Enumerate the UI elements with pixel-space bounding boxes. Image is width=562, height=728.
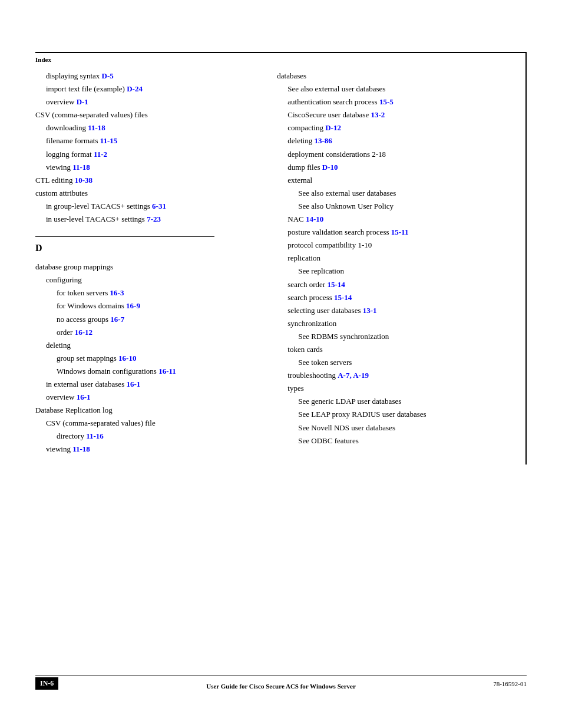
link-15-14b[interactable]: 15-14 [334, 293, 352, 302]
entry-see-generic-ldap: See generic LDAP user databases [277, 395, 527, 408]
entry-text: compacting D-12 [277, 121, 527, 134]
link-13-2[interactable]: 13-2 [371, 110, 385, 119]
link-11-16[interactable]: 11-16 [86, 431, 104, 440]
entry-text: troubleshooting A-7, A-19 [277, 369, 527, 382]
entry-text: CiscoSecure user database 13-2 [277, 108, 527, 121]
entry-no-access-groups: no access groups 16-7 [35, 313, 259, 326]
link-10-38[interactable]: 10-38 [75, 176, 92, 185]
section-d-heading: D [35, 243, 259, 253]
entry-directory: directory 11-16 [35, 430, 259, 443]
link-13-1[interactable]: 13-1 [363, 306, 377, 315]
entry-external: external [277, 174, 527, 187]
entry-displaying-syntax: displaying syntax D-5 [35, 70, 259, 83]
entry-protocol-compatibility: protocol compatibility 1-10 [277, 239, 527, 252]
link-16-1b[interactable]: 16-1 [77, 393, 91, 401]
entry-text: viewing 11-18 [35, 161, 259, 174]
entry-text: in group-level TACACS+ settings 6-31 [35, 200, 259, 213]
entry-deleting-13-86: deleting 13-86 [277, 134, 527, 147]
entry-user-level-tacacs: in user-level TACACS+ settings 7-23 [35, 213, 259, 226]
entry-for-windows-domains: for Windows domains 16-9 [35, 299, 259, 312]
entry-text: See also Unknown User Policy [277, 200, 527, 213]
entry-replication: replication [277, 252, 527, 265]
entry-types: types [277, 382, 527, 395]
entry-text: See ODBC features [277, 434, 527, 447]
link-15-5[interactable]: 15-5 [379, 97, 394, 106]
link-d12[interactable]: D-12 [325, 123, 341, 132]
entry-text: dump files D-10 [277, 161, 527, 174]
entry-custom-attributes: custom attributes [35, 187, 259, 200]
link-d10[interactable]: D-10 [322, 163, 338, 172]
entry-selecting-user-dbs: selecting user databases 13-1 [277, 304, 527, 317]
entry-text: See replication [277, 265, 527, 278]
entry-text: See also external user databases [277, 83, 527, 95]
link-6-31[interactable]: 6-31 [152, 202, 166, 210]
entry-text: deployment considerations 2-18 [277, 148, 527, 161]
entry-see-also-external: See also external user databases [277, 83, 527, 95]
link-16-10[interactable]: 16-10 [118, 354, 136, 363]
link-11-18a[interactable]: 11-18 [88, 123, 105, 132]
entry-troubleshooting: troubleshooting A-7, A-19 [277, 369, 527, 382]
entry-text: databases [277, 70, 527, 83]
entry-text: posture validation search process 15-11 [277, 226, 527, 239]
link-14-10[interactable]: 14-10 [306, 215, 323, 223]
link-11-18b[interactable]: 11-18 [72, 163, 90, 172]
entry-text: no access groups 16-7 [35, 313, 259, 326]
entry-search-process: search process 15-14 [277, 291, 527, 304]
link-11-18c[interactable]: 11-18 [72, 444, 90, 453]
link-16-9[interactable]: 16-9 [126, 301, 140, 310]
entry-search-order: search order 15-14 [277, 278, 527, 291]
link-13-86[interactable]: 13-86 [314, 136, 332, 145]
entry-see-also-unknown-user-policy: See also Unknown User Policy [277, 200, 527, 213]
entry-text: viewing 11-18 [35, 443, 259, 456]
entry-see-rdbms: See RDBMS synchronization [277, 330, 527, 343]
link-16-7[interactable]: 16-7 [110, 315, 124, 324]
link-16-12[interactable]: 16-12 [75, 328, 92, 337]
entry-text: configuring [35, 274, 259, 286]
entry-text: See RDBMS synchronization [277, 330, 527, 343]
link-d5[interactable]: D-5 [102, 71, 114, 80]
footer-title: User Guide for Cisco Secure ACS for Wind… [206, 683, 356, 690]
link-d1[interactable]: D-1 [77, 97, 88, 106]
entry-ciscosecure-user-db: CiscoSecure user database 13-2 [277, 108, 527, 121]
page: Index displaying syntax D-5 import text … [0, 0, 562, 728]
entry-text: downloading 11-18 [35, 121, 259, 134]
header-label: Index [35, 56, 51, 63]
link-a7-a19[interactable]: A-7, A-19 [338, 371, 369, 380]
link-15-14a[interactable]: 15-14 [327, 280, 345, 289]
link-d24[interactable]: D-24 [127, 84, 143, 93]
entry-text: See also external user databases [277, 187, 527, 200]
section-d-divider [35, 236, 214, 237]
link-11-2[interactable]: 11-2 [94, 150, 107, 159]
footer: IN-6 User Guide for Cisco Secure ACS for… [0, 677, 562, 690]
entry-csv: CSV (comma-separated values) files [35, 108, 259, 121]
entry-text: directory 11-16 [35, 430, 259, 443]
entry-db-replication-log: Database Replication log [35, 404, 259, 417]
link-15-11[interactable]: 15-11 [391, 228, 409, 236]
entry-import-text: import text file (example) D-24 [35, 83, 259, 95]
entry-overview-16-1: overview 16-1 [35, 391, 259, 404]
two-column-layout: displaying syntax D-5 import text file (… [35, 70, 527, 456]
entry-text: CTL editing 10-38 [35, 174, 259, 187]
entry-text: external [277, 174, 527, 187]
entry-windows-domain-configs: Windows domain configurations 16-11 [35, 365, 259, 378]
entry-text: Windows domain configurations 16-11 [35, 365, 259, 378]
entry-see-odbc: See ODBC features [277, 434, 527, 447]
entry-posture-validation: posture validation search process 15-11 [277, 226, 527, 239]
entry-text: logging format 11-2 [35, 148, 259, 161]
entry-compacting: compacting D-12 [277, 121, 527, 134]
entry-text: displaying syntax D-5 [35, 70, 259, 83]
link-16-11[interactable]: 16-11 [158, 367, 176, 375]
entry-text: filename formats 11-15 [35, 134, 259, 147]
entry-text: synchronization [277, 317, 527, 330]
link-11-15[interactable]: 11-15 [100, 136, 118, 145]
right-column: databases See also external user databas… [271, 70, 527, 456]
link-7-23[interactable]: 7-23 [147, 215, 161, 223]
entry-text: NAC 14-10 [277, 213, 527, 226]
link-16-3[interactable]: 16-3 [110, 288, 124, 297]
entry-synchronization: synchronization [277, 317, 527, 330]
link-16-1a[interactable]: 16-1 [126, 380, 140, 388]
entry-text: import text file (example) D-24 [35, 83, 259, 95]
entry-filename-formats: filename formats 11-15 [35, 134, 259, 147]
entry-text: See generic LDAP user databases [277, 395, 527, 408]
entry-see-token-servers: See token servers [277, 356, 527, 369]
